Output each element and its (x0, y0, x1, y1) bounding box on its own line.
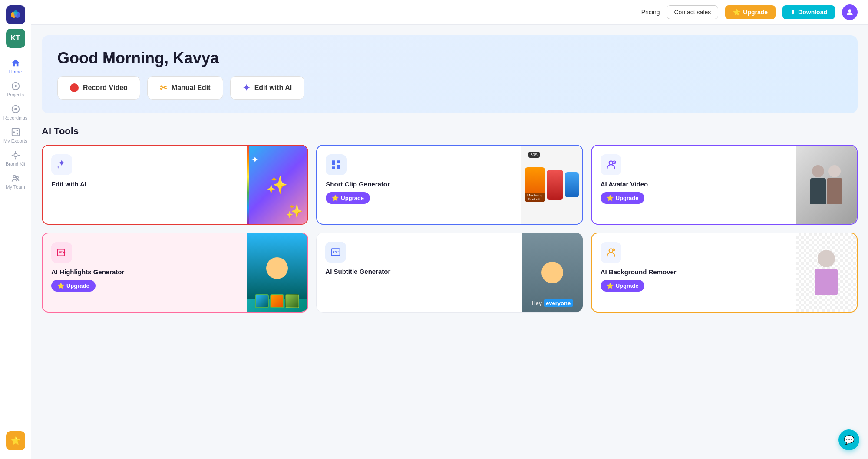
bg-remover-upgrade-button[interactable]: ⭐ Upgrade (601, 280, 645, 292)
tool-card-ai-highlights[interactable]: AI Highlights Generator ⭐ Upgrade (42, 233, 308, 313)
tool-card-edit-with-ai[interactable]: Edit with AI ✨ ✦ (42, 145, 308, 225)
svg-rect-18 (332, 166, 336, 169)
user-profile-button[interactable] (842, 4, 858, 20)
ai-subtitle-image: Hey everyone (522, 233, 583, 312)
upgrade-star-icon: ⭐ (607, 195, 614, 201)
bg-remover-image (796, 233, 857, 312)
short-clip-image: 30S MasteringProducti.. (521, 146, 582, 224)
svg-point-8 (13, 131, 15, 133)
topnav: Pricing Contact sales ⭐ Upgrade ⬇ Downlo… (31, 0, 868, 25)
chat-icon: 💬 (844, 435, 855, 445)
main-content: Pricing Contact sales ⭐ Upgrade ⬇ Downlo… (31, 0, 868, 459)
star-icon: ⭐ (733, 9, 740, 16)
sidebar-item-projects-label: Projects (7, 92, 24, 97)
edit-ai-icon-box (51, 154, 72, 175)
sidebar-item-exports-label: My Exports (3, 138, 27, 143)
chat-bubble-button[interactable]: 💬 (838, 429, 859, 450)
app-logo[interactable] (6, 5, 25, 24)
edit-ai-name: Edit with AI (51, 180, 238, 188)
sparkle-icon: ✦ (243, 83, 250, 93)
record-icon (70, 83, 79, 92)
svg-point-13 (16, 176, 18, 179)
manual-edit-button[interactable]: ✂ Manual Edit (147, 76, 223, 100)
svg-point-9 (16, 130, 18, 132)
ai-subtitle-name: AI Subtitle Generator (325, 268, 513, 275)
ai-avatar-name: AI Avatar Video (601, 180, 787, 188)
download-button[interactable]: ⬇ Download (782, 5, 835, 19)
scissors-icon: ✂ (160, 83, 167, 93)
svg-point-12 (13, 176, 16, 178)
tool-card-ai-subtitle[interactable]: CC AI Subtitle Generator (316, 233, 583, 313)
svg-point-11 (14, 153, 17, 156)
sidebar-item-my-exports[interactable]: My Exports (0, 124, 31, 147)
svg-point-2 (13, 10, 18, 15)
sidebar-item-home[interactable]: Home (0, 55, 31, 78)
record-video-label: Record Video (83, 84, 128, 92)
record-video-button[interactable]: Record Video (57, 76, 140, 100)
ai-highlights-image (247, 233, 307, 312)
ai-avatar-image (796, 146, 857, 224)
sidebar: KT Home Projects Recordings My Exports B… (0, 0, 31, 459)
ai-tools-title: AI Tools (42, 126, 858, 137)
upgrade-star-icon: ⭐ (332, 195, 339, 201)
edit-with-ai-button[interactable]: ✦ Edit with AI (230, 76, 305, 100)
sidebar-item-brand-kit[interactable]: Brand Kit (0, 147, 31, 170)
svg-rect-17 (337, 165, 340, 169)
tool-card-ai-avatar[interactable]: AI Avatar Video ⭐ Upgrade (591, 145, 858, 225)
hero-actions: Record Video ✂ Manual Edit ✦ Edit with A… (57, 76, 842, 100)
svg-marker-4 (15, 84, 17, 87)
short-clip-upgrade-button[interactable]: ⭐ Upgrade (326, 192, 370, 204)
pricing-link[interactable]: Pricing (641, 9, 660, 16)
ai-subtitle-icon-box: CC (325, 242, 346, 263)
edit-with-ai-label: Edit with AI (254, 84, 292, 92)
sidebar-item-brand-kit-label: Brand Kit (6, 161, 25, 166)
svg-rect-7 (12, 129, 19, 136)
svg-point-14 (848, 9, 851, 12)
user-avatar[interactable]: KT (6, 29, 25, 48)
sidebar-item-home-label: Home (9, 69, 22, 74)
hero-greeting: Good Morning, Kavya (57, 49, 842, 67)
manual-edit-label: Manual Edit (172, 84, 211, 92)
ai-tools-section: AI Tools Edit with AI (42, 126, 858, 313)
ai-avatar-upgrade-button[interactable]: ⭐ Upgrade (601, 192, 645, 204)
short-clip-name: Short Clip Generator (326, 180, 512, 188)
svg-point-25 (609, 249, 613, 253)
upgrade-button[interactable]: ⭐ Upgrade (725, 5, 776, 19)
bg-remover-icon-box (601, 242, 621, 263)
bg-remover-name: AI Background Remover (601, 268, 787, 276)
edit-ai-image: ✨ ✦ (247, 146, 307, 224)
page-content: Good Morning, Kavya Record Video ✂ Manua… (31, 25, 868, 459)
svg-text:CC: CC (333, 250, 339, 254)
contact-sales-button[interactable]: Contact sales (667, 5, 718, 19)
ai-tools-grid: Edit with AI ✨ ✦ (42, 145, 858, 313)
svg-rect-15 (332, 160, 336, 165)
sidebar-item-recordings[interactable]: Recordings (0, 101, 31, 124)
svg-point-10 (16, 133, 18, 135)
tool-card-bg-remover[interactable]: AI Background Remover ⭐ Upgrade (591, 233, 858, 313)
svg-point-19 (609, 161, 613, 165)
tool-card-short-clip[interactable]: Short Clip Generator ⭐ Upgrade 30S (316, 145, 583, 225)
ai-highlights-icon-box (51, 242, 72, 263)
svg-point-6 (14, 108, 17, 110)
sidebar-item-my-team-label: My Team (6, 184, 25, 190)
svg-rect-16 (337, 160, 340, 163)
sidebar-item-my-team[interactable]: My Team (0, 170, 31, 193)
ai-highlights-name: AI Highlights Generator (51, 268, 238, 276)
short-clip-icon-box (326, 154, 347, 175)
upgrade-star-icon: ⭐ (607, 283, 614, 289)
download-icon: ⬇ (790, 9, 795, 16)
upgrade-star-icon: ⭐ (57, 283, 64, 289)
ai-avatar-icon-box (601, 154, 621, 175)
upgrade-star-badge[interactable]: ⭐ (6, 431, 25, 450)
sidebar-item-projects[interactable]: Projects (0, 78, 31, 101)
ai-highlights-upgrade-button[interactable]: ⭐ Upgrade (51, 280, 96, 292)
hero-banner: Good Morning, Kavya Record Video ✂ Manua… (42, 35, 858, 113)
sidebar-item-recordings-label: Recordings (3, 115, 28, 120)
